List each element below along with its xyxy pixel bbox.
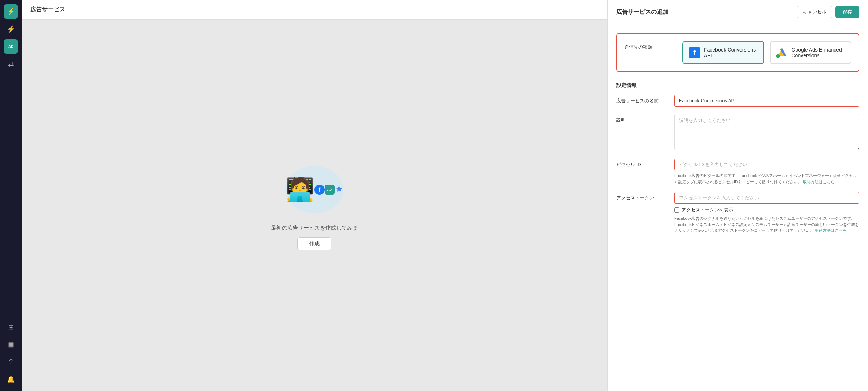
lightning-icon: ⚡ xyxy=(7,8,15,16)
google-ads-icon xyxy=(776,47,788,58)
service-name-input[interactable] xyxy=(674,95,859,107)
pixel-id-link[interactable]: 取得方法はこちら xyxy=(803,180,835,184)
illustration-circle: 🧑‍💻 f AD xyxy=(285,166,343,213)
settings-label: 設定情報 xyxy=(616,82,859,89)
settings-section: 設定情報 広告サービスの名前 説明 ピクセル ID xyxy=(616,82,859,234)
help-icon: ? xyxy=(9,358,13,366)
illustration: 🧑‍💻 f AD xyxy=(278,161,351,219)
panel-header: 広告サービスの追加 キャンセル 保存 xyxy=(608,0,868,24)
destination-type-options: f Facebook Conversions API xyxy=(682,41,851,64)
panel-body: 送信先の種類 f Facebook Conversions API xyxy=(608,24,868,250)
pixel-id-hint: Facebook広告のピクセルのIDです。Facebookビジネスホーム＞イベン… xyxy=(674,173,859,185)
panel-title: 広告サービスの追加 xyxy=(616,8,668,16)
sidebar: ⚡ ⚡ AD ⇄ ⊞ ▣ ? 🔔 xyxy=(0,0,22,391)
pixel-id-label: ピクセル ID xyxy=(616,159,667,168)
analytics-icon: ⚡ xyxy=(7,25,16,33)
main-area: 広告サービス 🧑‍💻 f AD 最初の広告サービスを作成してみま 作成 xyxy=(22,0,607,391)
ad-icon: AD xyxy=(8,45,13,49)
page-title: 広告サービス xyxy=(30,6,65,12)
access-token-hint: Facebook広告のシグナルを送りたいピクセルを紐づけたシステムユーザーのアク… xyxy=(674,215,859,234)
sidebar-icon-grid[interactable]: ⊞ xyxy=(4,320,18,334)
cancel-button[interactable]: キャンセル xyxy=(797,6,832,18)
sidebar-icon-monitor[interactable]: ▣ xyxy=(4,337,18,352)
destination-type-label: 送信先の種類 xyxy=(624,41,675,50)
show-token-label: アクセストークンを表示 xyxy=(681,207,733,213)
empty-state-text: 最初の広告サービスを作成してみま xyxy=(271,225,358,231)
access-token-input[interactable] xyxy=(674,192,859,204)
description-label: 説明 xyxy=(616,114,667,123)
connections-icon: ⇄ xyxy=(8,59,14,68)
sidebar-icon-lightning[interactable]: ⚡ xyxy=(4,4,18,19)
facebook-badge: f xyxy=(314,185,325,195)
monitor-icon: ▣ xyxy=(8,341,14,349)
access-token-row: アクセストークン アクセストークンを表示 Facebook広告のシグナルを送りた… xyxy=(616,192,859,234)
create-button[interactable]: 作成 xyxy=(297,237,331,250)
google-card-label: Google Ads Enhanced Conversions xyxy=(792,47,845,58)
save-button[interactable]: 保存 xyxy=(835,6,859,18)
pixel-id-field: Facebook広告のピクセルのIDです。Facebookビジネスホーム＞イベン… xyxy=(674,159,859,185)
destination-type-section: 送信先の種類 f Facebook Conversions API xyxy=(616,33,859,72)
facebook-icon: f xyxy=(689,47,700,58)
service-name-label: 広告サービスの名前 xyxy=(616,95,667,104)
description-field xyxy=(674,114,859,151)
facebook-card-label: Facebook Conversions API xyxy=(704,47,758,58)
main-header: 広告サービス xyxy=(22,0,607,20)
pixel-id-row: ピクセル ID Facebook広告のピクセルのIDです。Facebookビジネ… xyxy=(616,159,859,185)
google-badge xyxy=(335,185,343,194)
pixel-id-input[interactable] xyxy=(674,159,859,170)
service-name-row: 広告サービスの名前 xyxy=(616,95,859,107)
bell-icon: 🔔 xyxy=(7,375,15,383)
right-panel: 広告サービスの追加 キャンセル 保存 送信先の種類 f Facebook Con… xyxy=(607,0,868,391)
description-textarea[interactable] xyxy=(674,114,859,150)
sidebar-icon-connections[interactable]: ⇄ xyxy=(4,57,18,71)
access-token-field: アクセストークンを表示 Facebook広告のシグナルを送りたいピクセルを紐づけ… xyxy=(674,192,859,234)
panel-actions: キャンセル 保存 xyxy=(797,6,859,18)
ad-badge-icon: AD xyxy=(325,185,335,195)
sidebar-icon-bell[interactable]: 🔔 xyxy=(4,372,18,387)
main-content: 🧑‍💻 f AD 最初の広告サービスを作成してみま 作成 xyxy=(22,20,607,391)
show-token-row: アクセストークンを表示 xyxy=(674,207,859,213)
grid-icon: ⊞ xyxy=(8,323,14,331)
show-token-checkbox[interactable] xyxy=(674,207,679,213)
sidebar-icon-help[interactable]: ? xyxy=(4,355,18,369)
access-token-label: アクセストークン xyxy=(616,192,667,201)
service-name-field xyxy=(674,95,859,107)
description-row: 説明 xyxy=(616,114,859,151)
sidebar-icon-ad[interactable]: AD xyxy=(4,39,18,54)
access-token-link[interactable]: 取得方法はこちら xyxy=(815,228,847,232)
google-destination-card[interactable]: Google Ads Enhanced Conversions xyxy=(770,41,852,64)
person-figure: 🧑‍💻 xyxy=(285,176,314,203)
sidebar-icon-analytics[interactable]: ⚡ xyxy=(4,22,18,36)
facebook-destination-card[interactable]: f Facebook Conversions API xyxy=(682,41,764,64)
